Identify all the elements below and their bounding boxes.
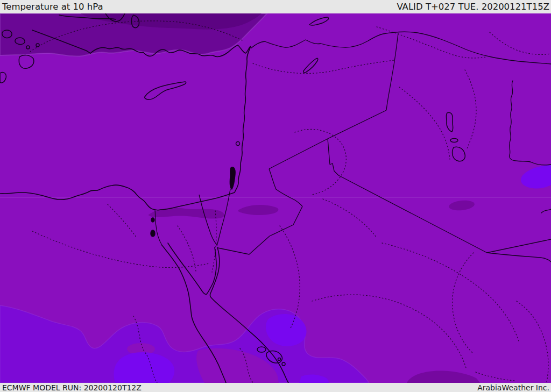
temperature-map xyxy=(0,13,551,383)
footer-bar: ECMWF MODEL RUN: 20200120T12Z ArabiaWeat… xyxy=(0,383,551,392)
header-bar: Temperature at 10 hPa VALID T+027 TUE. 2… xyxy=(0,0,551,13)
page-title: Temperature at 10 hPa xyxy=(2,2,103,12)
valid-time-label: VALID T+027 TUE. 20200121T15Z xyxy=(397,2,549,12)
brand-label: ArabiaWeather Inc. xyxy=(477,383,549,392)
model-run-label: ECMWF MODEL RUN: 20200120T12Z xyxy=(2,383,142,392)
weather-map-screenshot: Temperature at 10 hPa VALID T+027 TUE. 2… xyxy=(0,0,551,392)
